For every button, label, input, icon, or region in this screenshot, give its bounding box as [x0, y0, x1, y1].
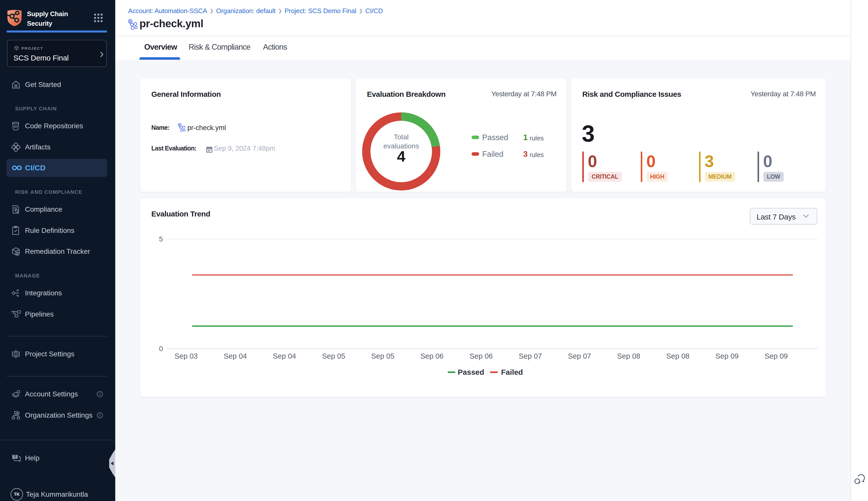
svg-text:Sep 03: Sep 03 — [175, 352, 198, 360]
svg-text:Sep 04: Sep 04 — [224, 352, 247, 360]
svg-text:Sep 07: Sep 07 — [568, 352, 591, 360]
svg-text:Sep 06: Sep 06 — [470, 352, 493, 360]
svg-text:Sep 05: Sep 05 — [322, 352, 345, 360]
svg-text:Sep 04: Sep 04 — [273, 352, 296, 360]
svg-text:Sep 05: Sep 05 — [371, 352, 395, 360]
svg-text:Sep 08: Sep 08 — [666, 352, 689, 360]
svg-text:Sep 08: Sep 08 — [617, 352, 640, 360]
svg-text:Sep 09: Sep 09 — [715, 352, 739, 360]
svg-text:0: 0 — [159, 345, 163, 353]
svg-text:?: ? — [14, 455, 16, 459]
svg-text:Sep 06: Sep 06 — [420, 352, 443, 360]
svg-text:5: 5 — [159, 235, 163, 243]
svg-text:Failed: Failed — [501, 368, 523, 376]
svg-text:Passed: Passed — [458, 368, 484, 376]
svg-text:Sep 07: Sep 07 — [519, 352, 542, 360]
svg-text:Sep 09: Sep 09 — [765, 352, 788, 360]
